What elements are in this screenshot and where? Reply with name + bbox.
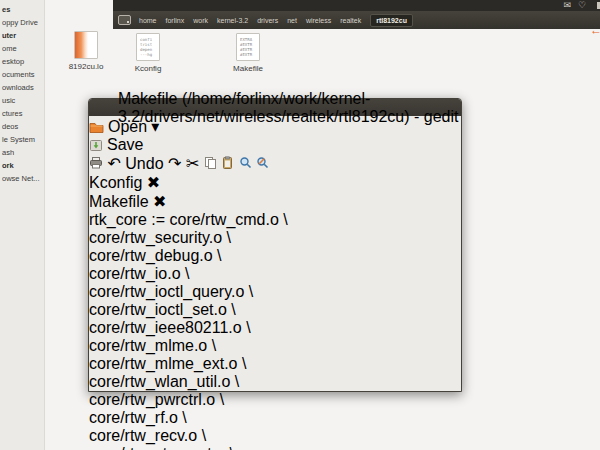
file-kconfig[interactable]: confi trist depen ---hg Kconfig bbox=[120, 33, 176, 73]
undo-button[interactable]: ↶ bbox=[107, 155, 120, 172]
code-line-text: core/rtw_sta_mgt.o \ bbox=[89, 445, 234, 450]
tab-close-icon[interactable]: ✖ bbox=[153, 193, 166, 210]
breadcrumb-label: forlinx bbox=[166, 17, 185, 24]
code-line: core/rtw_ieee80211.o \ bbox=[89, 319, 461, 337]
tab-makefile[interactable]: Makefile ✖ bbox=[89, 192, 461, 211]
editor-tabbar: Kconfig ✖ Makefile ✖ bbox=[89, 173, 461, 211]
breadcrumb-item[interactable]: wireless bbox=[306, 17, 331, 24]
computer-drive-icon[interactable] bbox=[118, 15, 131, 25]
desktop-screenshot: esoppy Driveuteromeesktopocumentsownload… bbox=[0, 0, 600, 450]
sidebar-item[interactable]: uter bbox=[0, 29, 44, 42]
code-line: core/rtw_mlme.o \ bbox=[89, 337, 461, 355]
file-8192cu-lo[interactable]: 8192cu.lo bbox=[58, 31, 114, 71]
sidebar-item[interactable]: le System bbox=[0, 133, 44, 146]
code-line-text: core/rtw_pwrctrl.o \ bbox=[89, 391, 224, 408]
breadcrumb-item[interactable]: drivers bbox=[257, 17, 278, 24]
breadcrumb-label: wireless bbox=[306, 17, 331, 24]
breadcrumb-label: work bbox=[193, 17, 208, 24]
code-line: core/rtw_pwrctrl.o \ bbox=[89, 391, 461, 409]
sidebar-item[interactable]: es bbox=[0, 3, 44, 16]
breadcrumb-label: home bbox=[139, 17, 157, 24]
sidebar-item-label: es bbox=[2, 5, 10, 14]
code-line-text: core/rtw_mlme_ext.o \ bbox=[89, 355, 246, 372]
code-lines: rtk_core := core/rtw_cmd.o \ core/rtw_se… bbox=[89, 211, 461, 450]
sidebar-item[interactable]: owse Net... bbox=[0, 172, 44, 185]
breadcrumb-label: drivers bbox=[257, 17, 278, 24]
sidebar-item-label: le System bbox=[2, 135, 35, 144]
code-line-text: core/rtw_io.o \ bbox=[89, 265, 189, 282]
sidebar-item[interactable]: ownloads bbox=[0, 81, 44, 94]
code-line-text: core/rtw_wlan_util.o \ bbox=[89, 373, 239, 390]
sidebar-item[interactable]: oppy Drive bbox=[0, 16, 44, 29]
sidebar-item-label: ome bbox=[2, 44, 17, 53]
back-arrow-icon[interactable]: ← bbox=[590, 24, 600, 36]
breadcrumb-item[interactable]: work bbox=[193, 17, 208, 24]
sidebar-item[interactable]: usic bbox=[0, 94, 44, 107]
tab-kconfig[interactable]: Kconfig ✖ bbox=[89, 173, 461, 192]
sidebar-item-label: ocuments bbox=[2, 70, 35, 79]
breadcrumb-label: kernel-3.2 bbox=[217, 17, 248, 24]
tab-close-icon[interactable]: ✖ bbox=[147, 174, 160, 191]
code-line: core/rtw_security.o \ bbox=[89, 229, 461, 247]
sidebar-item-label: ork bbox=[2, 161, 14, 170]
code-line: core/rtw_mlme_ext.o \ bbox=[89, 355, 461, 373]
breadcrumb-item[interactable]: kernel-3.2 bbox=[217, 17, 248, 24]
code-line: core/rtw_wlan_util.o \ bbox=[89, 373, 461, 391]
print-button[interactable] bbox=[89, 155, 107, 172]
breadcrumb-label: net bbox=[287, 17, 297, 24]
text-editing-area[interactable]: rtk_core := core/rtw_cmd.o \ core/rtw_se… bbox=[89, 211, 461, 450]
sidebar-item[interactable]: ctures bbox=[0, 107, 44, 120]
breadcrumb-item[interactable]: rtl8192cu bbox=[370, 14, 413, 27]
text-file-icon: EXTRA #EXTR #EXTR #EXTR bbox=[236, 33, 260, 61]
code-line: core/rtw_ioctl_query.o \ bbox=[89, 283, 461, 301]
sidebar-item[interactable]: esktop bbox=[0, 55, 44, 68]
file-name: Makefile bbox=[220, 64, 276, 73]
file-name: Kconfig bbox=[120, 64, 176, 73]
replace-button[interactable] bbox=[256, 155, 269, 172]
window-titlebar[interactable]: Makefile (/home/forlinx/work/kernel-3.2/… bbox=[89, 99, 461, 116]
code-line-text: core/rtw_recv.o \ bbox=[89, 427, 206, 444]
object-file-icon bbox=[74, 31, 98, 59]
panel-indicators: ✉ ♡ bbox=[563, 0, 586, 11]
open-folder-icon bbox=[89, 121, 104, 133]
window-close-button[interactable] bbox=[94, 104, 99, 112]
window-minimize-button[interactable] bbox=[104, 104, 109, 112]
breadcrumb-label: realtek bbox=[340, 17, 361, 24]
heart-indicator-icon[interactable]: ♡ bbox=[578, 1, 586, 10]
sidebar-item-label: ownloads bbox=[2, 83, 34, 92]
text-file-icon: confi trist depen ---hg bbox=[136, 33, 160, 61]
sidebar-item-label: oppy Drive bbox=[2, 18, 38, 27]
file-makefile[interactable]: EXTRA #EXTR #EXTR #EXTR Makefile bbox=[220, 33, 276, 73]
gedit-window: Makefile (/home/forlinx/work/kernel-3.2/… bbox=[88, 98, 462, 392]
breadcrumb-item[interactable]: home bbox=[139, 17, 157, 24]
cut-button[interactable]: ✂ bbox=[186, 155, 199, 172]
sidebar-item[interactable]: ome bbox=[0, 42, 44, 55]
breadcrumb-item[interactable]: forlinx bbox=[166, 17, 185, 24]
save-button-label: Save bbox=[107, 136, 143, 154]
breadcrumb-item[interactable]: realtek bbox=[340, 17, 361, 24]
code-line-text: core/rtw_debug.o \ bbox=[89, 247, 222, 264]
window-title: Makefile (/home/forlinx/work/kernel-3.2/… bbox=[118, 90, 461, 126]
breadcrumb-item[interactable]: net bbox=[287, 17, 297, 24]
mail-indicator-icon[interactable]: ✉ bbox=[563, 1, 571, 10]
sidebar-item[interactable]: ork bbox=[0, 159, 44, 172]
code-line-text: rtk_core := core/rtw_cmd.o \ bbox=[89, 211, 288, 228]
code-line-text: core/rtw_security.o \ bbox=[89, 229, 231, 246]
tab-label: Kconfig bbox=[89, 174, 142, 191]
code-line: core/rtw_debug.o \ bbox=[89, 247, 461, 265]
copy-button[interactable] bbox=[204, 155, 221, 172]
sidebar-item-label: owse Net... bbox=[2, 174, 40, 183]
code-line-text: core/rtw_mlme.o \ bbox=[89, 337, 216, 354]
save-button[interactable]: Save bbox=[89, 136, 461, 154]
sidebar-item[interactable]: deos bbox=[0, 120, 44, 133]
find-button[interactable] bbox=[239, 155, 256, 172]
code-line: core/rtw_recv.o \ bbox=[89, 427, 461, 445]
sidebar-item-label: deos bbox=[2, 122, 18, 131]
sidebar-item[interactable]: ash bbox=[0, 146, 44, 159]
redo-button[interactable]: ↷ bbox=[168, 155, 181, 172]
sidebar-item-label: esktop bbox=[2, 57, 24, 66]
sidebar-item[interactable]: ocuments bbox=[0, 68, 44, 81]
save-icon bbox=[89, 139, 103, 152]
paste-button[interactable] bbox=[221, 155, 238, 172]
code-line: core/rtw_io.o \ bbox=[89, 265, 461, 283]
